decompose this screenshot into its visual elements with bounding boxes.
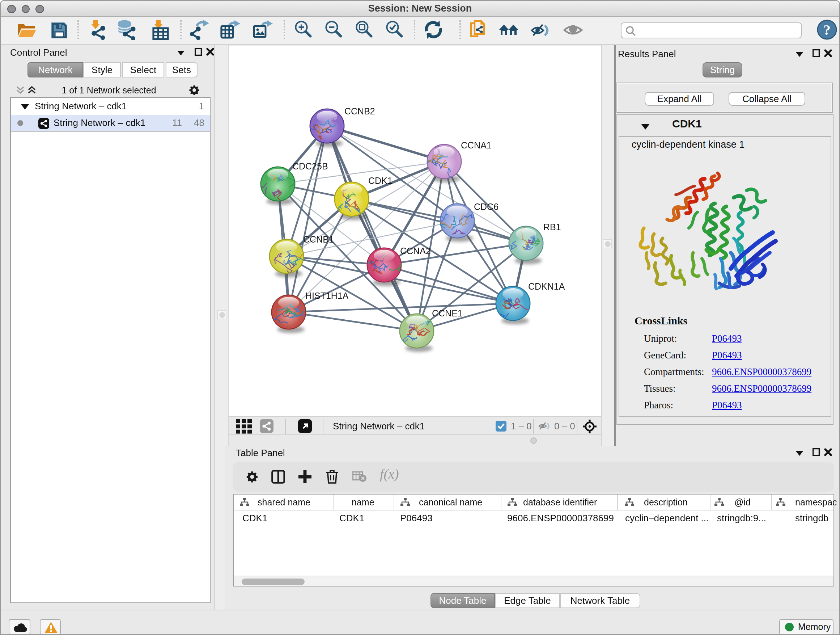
svg-text:CCNB2: CCNB2 [344,106,375,116]
svg-text:CCNE1: CCNE1 [432,308,463,318]
svg-text:CCNB1: CCNB1 [303,234,334,244]
svg-text:CDC25B: CDC25B [292,161,328,171]
svg-text:CCNA1: CCNA1 [461,140,492,150]
svg-text:CDK1: CDK1 [368,176,393,186]
svg-text:RB1: RB1 [543,222,561,232]
svg-text:?: ? [823,22,831,38]
svg-text:CCNA2: CCNA2 [400,246,431,256]
svg-text:CDC6: CDC6 [474,202,499,212]
svg-text:HIST1H1A: HIST1H1A [305,291,349,301]
svg-text:CDKN1A: CDKN1A [528,281,565,291]
